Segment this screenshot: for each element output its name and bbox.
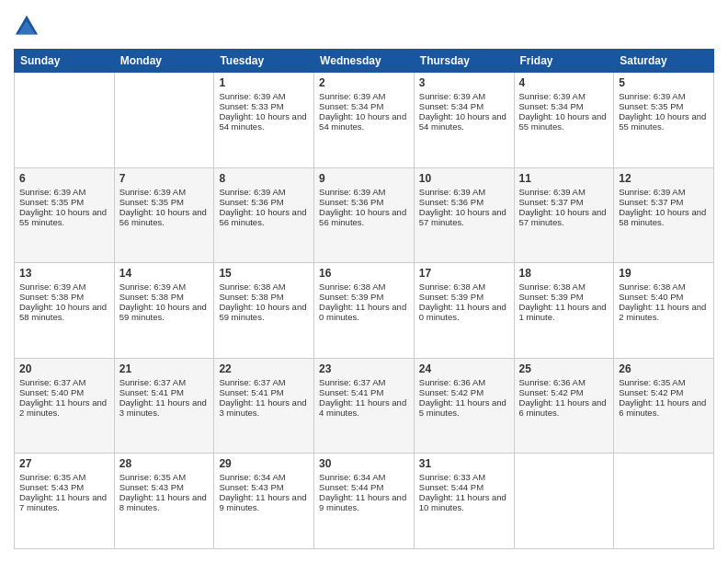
cell-info-line: Daylight: 11 hours and 2 minutes.: [19, 397, 109, 418]
cell-info-line: Sunrise: 6:39 AM: [319, 91, 409, 101]
day-number: 11: [519, 172, 609, 185]
cell-info-line: Daylight: 10 hours and 55 minutes.: [619, 111, 709, 132]
cell-info-line: Sunset: 5:34 PM: [419, 101, 509, 111]
day-number: 29: [219, 457, 309, 470]
day-number: 30: [319, 457, 409, 470]
calendar-cell: [514, 454, 614, 549]
cell-info-line: Daylight: 10 hours and 54 minutes.: [419, 111, 509, 132]
day-number: 1: [219, 76, 309, 89]
cell-info-line: Sunset: 5:34 PM: [519, 101, 609, 111]
cell-info-line: Sunrise: 6:38 AM: [419, 282, 509, 292]
cell-info-line: Daylight: 11 hours and 6 minutes.: [519, 397, 609, 418]
cell-info-line: Sunset: 5:39 PM: [519, 292, 609, 302]
cell-info-line: Daylight: 11 hours and 6 minutes.: [619, 397, 709, 418]
cell-info-line: Sunset: 5:40 PM: [619, 292, 709, 302]
calendar-cell: 17Sunrise: 6:38 AMSunset: 5:39 PMDayligh…: [414, 263, 514, 359]
cell-info-line: Daylight: 11 hours and 5 minutes.: [419, 397, 509, 418]
cell-info-line: Daylight: 10 hours and 59 minutes.: [219, 302, 309, 322]
calendar-cell: 8Sunrise: 6:39 AMSunset: 5:36 PMDaylight…: [214, 167, 314, 263]
logo: [14, 14, 43, 40]
calendar-cell: 9Sunrise: 6:39 AMSunset: 5:36 PMDaylight…: [314, 167, 415, 263]
week-row-4: 20Sunrise: 6:37 AMSunset: 5:40 PMDayligh…: [15, 358, 714, 454]
cell-info-line: Daylight: 11 hours and 1 minute.: [519, 302, 609, 322]
cell-info-line: Sunset: 5:44 PM: [419, 482, 509, 492]
cell-info-line: Sunrise: 6:37 AM: [119, 377, 210, 387]
calendar-body: 1Sunrise: 6:39 AMSunset: 5:33 PMDaylight…: [15, 73, 714, 549]
cell-info-line: Sunrise: 6:38 AM: [619, 282, 709, 292]
cell-info-line: Sunrise: 6:38 AM: [519, 282, 609, 292]
cell-info-line: Daylight: 11 hours and 9 minutes.: [319, 492, 409, 512]
cell-info-line: Daylight: 10 hours and 58 minutes.: [19, 302, 109, 322]
day-number: 5: [619, 76, 709, 89]
cell-info-line: Sunset: 5:43 PM: [19, 482, 109, 492]
cell-info-line: Sunset: 5:35 PM: [19, 197, 109, 207]
calendar-cell: 11Sunrise: 6:39 AMSunset: 5:37 PMDayligh…: [514, 167, 614, 263]
calendar-cell: 20Sunrise: 6:37 AMSunset: 5:40 PMDayligh…: [15, 358, 115, 454]
calendar-cell: 5Sunrise: 6:39 AMSunset: 5:35 PMDaylight…: [614, 73, 714, 168]
cell-info-line: Sunrise: 6:34 AM: [319, 472, 409, 482]
cell-info-line: Sunrise: 6:33 AM: [419, 472, 509, 482]
calendar-cell: 26Sunrise: 6:35 AMSunset: 5:42 PMDayligh…: [614, 358, 714, 454]
calendar-cell: 6Sunrise: 6:39 AMSunset: 5:35 PMDaylight…: [15, 167, 115, 263]
cell-info-line: Daylight: 11 hours and 7 minutes.: [19, 492, 109, 512]
cell-info-line: Sunrise: 6:39 AM: [219, 91, 309, 101]
day-number: 23: [319, 362, 409, 375]
cell-info-line: Daylight: 10 hours and 58 minutes.: [619, 207, 709, 227]
day-number: 27: [19, 457, 109, 470]
cell-info-line: Daylight: 11 hours and 2 minutes.: [619, 302, 709, 322]
week-row-1: 1Sunrise: 6:39 AMSunset: 5:33 PMDaylight…: [15, 73, 714, 168]
cell-info-line: Daylight: 11 hours and 4 minutes.: [319, 397, 409, 418]
cell-info-line: Sunset: 5:38 PM: [19, 292, 109, 302]
cell-info-line: Sunrise: 6:37 AM: [319, 377, 409, 387]
page-header: [14, 14, 714, 40]
cell-info-line: Sunrise: 6:35 AM: [619, 377, 709, 387]
cell-info-line: Daylight: 11 hours and 3 minutes.: [219, 397, 309, 418]
cell-info-line: Daylight: 10 hours and 55 minutes.: [19, 207, 109, 227]
weekday-thursday: Thursday: [414, 50, 514, 73]
day-number: 6: [19, 172, 109, 185]
day-number: 12: [619, 172, 709, 185]
cell-info-line: Sunrise: 6:39 AM: [19, 282, 109, 292]
cell-info-line: Daylight: 11 hours and 8 minutes.: [119, 492, 210, 512]
day-number: 22: [219, 362, 309, 375]
cell-info-line: Daylight: 11 hours and 3 minutes.: [119, 397, 210, 418]
cell-info-line: Daylight: 11 hours and 0 minutes.: [319, 302, 409, 322]
calendar-cell: 30Sunrise: 6:34 AMSunset: 5:44 PMDayligh…: [314, 454, 415, 549]
calendar-cell: 16Sunrise: 6:38 AMSunset: 5:39 PMDayligh…: [314, 263, 415, 359]
day-number: 19: [619, 267, 709, 280]
weekday-header-row: SundayMondayTuesdayWednesdayThursdayFrid…: [15, 50, 714, 73]
cell-info-line: Sunset: 5:41 PM: [219, 387, 309, 397]
calendar-cell: 1Sunrise: 6:39 AMSunset: 5:33 PMDaylight…: [214, 73, 314, 168]
calendar-cell: [114, 73, 214, 168]
calendar-cell: 18Sunrise: 6:38 AMSunset: 5:39 PMDayligh…: [514, 263, 614, 359]
calendar-cell: 27Sunrise: 6:35 AMSunset: 5:43 PMDayligh…: [15, 454, 115, 549]
calendar-cell: 3Sunrise: 6:39 AMSunset: 5:34 PMDaylight…: [414, 73, 514, 168]
cell-info-line: Sunrise: 6:39 AM: [519, 91, 609, 101]
cell-info-line: Daylight: 10 hours and 54 minutes.: [319, 111, 409, 132]
cell-info-line: Sunset: 5:39 PM: [319, 292, 409, 302]
cell-info-line: Sunrise: 6:34 AM: [219, 472, 309, 482]
cell-info-line: Sunrise: 6:37 AM: [219, 377, 309, 387]
calendar-cell: 22Sunrise: 6:37 AMSunset: 5:41 PMDayligh…: [214, 358, 314, 454]
cell-info-line: Sunrise: 6:38 AM: [219, 282, 309, 292]
week-row-3: 13Sunrise: 6:39 AMSunset: 5:38 PMDayligh…: [15, 263, 714, 359]
day-number: 28: [119, 457, 210, 470]
day-number: 21: [119, 362, 210, 375]
day-number: 3: [419, 76, 509, 89]
cell-info-line: Sunrise: 6:39 AM: [319, 187, 409, 197]
calendar-cell: 23Sunrise: 6:37 AMSunset: 5:41 PMDayligh…: [314, 358, 415, 454]
calendar-cell: 4Sunrise: 6:39 AMSunset: 5:34 PMDaylight…: [514, 73, 614, 168]
day-number: 9: [319, 172, 409, 185]
cell-info-line: Daylight: 10 hours and 57 minutes.: [419, 207, 509, 227]
day-number: 8: [219, 172, 309, 185]
cell-info-line: Sunset: 5:42 PM: [619, 387, 709, 397]
cell-info-line: Sunset: 5:37 PM: [619, 197, 709, 207]
weekday-monday: Monday: [114, 50, 214, 73]
cell-info-line: Sunset: 5:35 PM: [619, 101, 709, 111]
cell-info-line: Sunrise: 6:39 AM: [19, 187, 109, 197]
calendar-table: SundayMondayTuesdayWednesdayThursdayFrid…: [14, 49, 714, 549]
day-number: 13: [19, 267, 109, 280]
cell-info-line: Sunrise: 6:39 AM: [619, 91, 709, 101]
cell-info-line: Sunset: 5:43 PM: [119, 482, 210, 492]
calendar-cell: 13Sunrise: 6:39 AMSunset: 5:38 PMDayligh…: [15, 263, 115, 359]
